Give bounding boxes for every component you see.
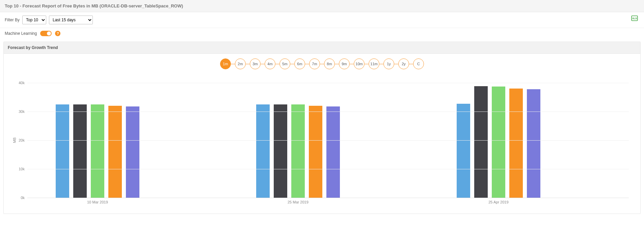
page-title: Top 10 - Forecast Report of Free Bytes i… xyxy=(0,0,644,12)
period-C[interactable]: C xyxy=(413,58,424,69)
chart-area: MB 0k10k20k30k40k xyxy=(27,83,629,198)
bar[interactable] xyxy=(108,106,122,198)
export-xls-icon[interactable]: XLS xyxy=(631,16,638,21)
period-4m[interactable]: 4m xyxy=(265,58,275,69)
forecast-panel: Forecast by Growth Trend 1m2m3m4m5m6m7m8… xyxy=(3,42,641,214)
x-tick: 10 Mar 2019 xyxy=(77,200,118,204)
x-tick: 25 Apr 2019 xyxy=(478,200,519,204)
top-select[interactable]: Top 10 xyxy=(22,16,46,24)
period-selector: 1m2m3m4m5m6m7m8m9m10m11m1y2yC xyxy=(8,58,636,69)
period-3m[interactable]: 3m xyxy=(250,58,261,69)
period-7m[interactable]: 7m xyxy=(309,58,320,69)
bar[interactable] xyxy=(309,106,322,198)
y-tick: 0k xyxy=(14,196,25,200)
bar-group xyxy=(56,104,139,198)
period-10m[interactable]: 10m xyxy=(354,58,365,69)
y-tick: 40k xyxy=(14,81,25,85)
bar-group xyxy=(256,104,340,198)
bar[interactable] xyxy=(457,104,470,198)
period-8m[interactable]: 8m xyxy=(324,58,335,69)
bar[interactable] xyxy=(492,87,505,198)
panel-title: Forecast by Growth Trend xyxy=(4,42,640,54)
bar[interactable] xyxy=(291,104,305,198)
bar[interactable] xyxy=(527,89,540,198)
bar[interactable] xyxy=(73,104,87,198)
bar[interactable] xyxy=(474,86,488,198)
bar[interactable] xyxy=(326,106,340,198)
x-axis: 10 Mar 201925 Mar 201925 Apr 2019 xyxy=(27,198,629,205)
y-tick: 20k xyxy=(14,138,25,142)
help-icon[interactable]: ? xyxy=(55,31,60,36)
filter-by-label: Filter By xyxy=(5,18,20,22)
bar[interactable] xyxy=(256,104,270,198)
period-11m[interactable]: 11m xyxy=(369,58,379,69)
period-5m[interactable]: 5m xyxy=(279,58,290,69)
x-tick: 25 Mar 2019 xyxy=(278,200,318,204)
svg-text:XLS: XLS xyxy=(632,17,637,20)
filter-toolbar: Filter By Top 10 Last 15 days XLS xyxy=(0,12,644,28)
range-select[interactable]: Last 15 days xyxy=(49,16,93,24)
ml-label: Machine Learning xyxy=(5,31,37,36)
period-1m[interactable]: 1m xyxy=(220,58,231,69)
y-tick: 10k xyxy=(14,167,25,171)
period-2y[interactable]: 2y xyxy=(398,58,409,69)
bar[interactable] xyxy=(56,104,69,198)
period-6m[interactable]: 6m xyxy=(294,58,305,69)
period-1y[interactable]: 1y xyxy=(383,58,394,69)
bar[interactable] xyxy=(91,104,104,198)
bar[interactable] xyxy=(274,104,287,198)
ml-row: Machine Learning ? xyxy=(0,28,644,42)
y-tick: 30k xyxy=(14,109,25,114)
period-9m[interactable]: 9m xyxy=(339,58,350,69)
bar[interactable] xyxy=(509,89,523,198)
bar[interactable] xyxy=(126,106,139,198)
ml-toggle[interactable] xyxy=(40,31,52,36)
bar-group xyxy=(457,86,540,198)
period-2m[interactable]: 2m xyxy=(235,58,246,69)
